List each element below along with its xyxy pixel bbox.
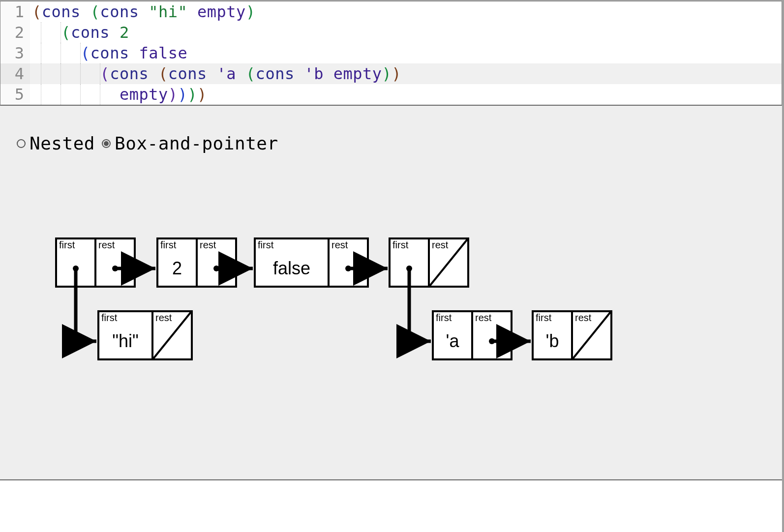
visualization-panel: Nested Box-and-pointer firstrestfirstres… [0,106,782,480]
first-label: first [536,312,552,323]
first-label: first [160,239,177,250]
rest-label: rest [155,312,172,323]
code: empty)))) [30,84,207,105]
rest-label: rest [332,239,348,250]
cell-value: 'a [446,331,460,351]
code: (cons false [30,43,187,63]
box-pointer-diagram: firstrestfirstrest2firstrestfalsefirstre… [0,106,649,420]
app-window: 1 (cons (cons "hi" empty) 2 (cons 2 3 (c… [0,0,784,532]
cell-value: false [273,258,310,278]
code-editor[interactable]: 1 (cons (cons "hi" empty) 2 (cons 2 3 (c… [0,1,782,106]
code-line: 5 empty)))) [0,84,782,105]
first-label: first [436,312,452,323]
rest-label: rest [432,239,449,250]
rest-label: rest [475,312,492,323]
code: (cons (cons 'a (cons 'b empty)) [30,63,401,84]
cell-value: 'b [546,331,559,351]
line-number: 3 [0,43,30,63]
line-number: 1 [0,1,30,22]
line-number: 4 [0,63,30,84]
rest-label: rest [575,312,592,323]
first-label: first [59,239,75,250]
rest-label: rest [200,239,216,250]
cell-value: 2 [172,258,182,278]
code-line: 1 (cons (cons "hi" empty) [0,1,782,22]
code: (cons 2 [30,22,129,43]
rest-label: rest [98,239,115,250]
code: (cons (cons "hi" empty) [30,1,256,22]
code-line-current: 4 (cons (cons 'a (cons 'b empty)) [0,63,782,84]
code-line: 3 (cons false [0,43,782,63]
code-line: 2 (cons 2 [0,22,782,43]
line-number: 2 [0,22,30,43]
first-label: first [392,239,409,250]
line-number: 5 [0,84,30,105]
cell-value: "hi" [112,331,139,351]
first-label: first [101,312,118,323]
first-label: first [258,239,274,250]
